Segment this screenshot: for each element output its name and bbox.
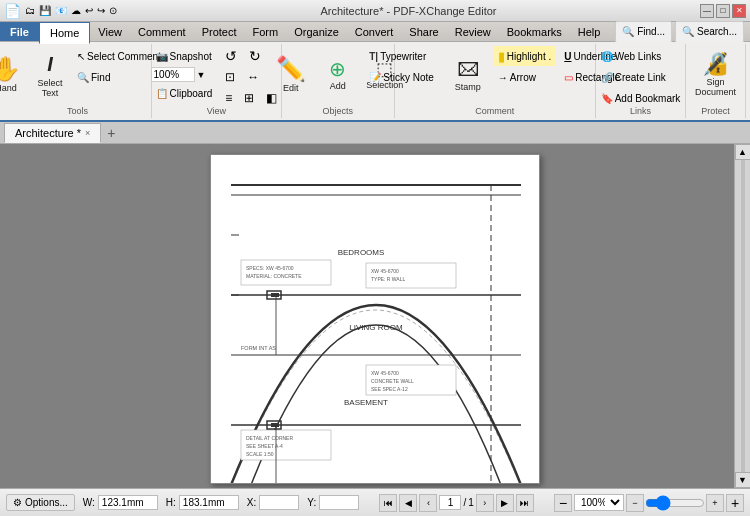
menu-bookmarks[interactable]: Bookmarks (499, 22, 570, 41)
links-group-label: Links (630, 106, 651, 116)
options-button[interactable]: ⚙ Options... (6, 494, 75, 511)
width-label: W: (83, 497, 95, 508)
tab-bar: Architecture * × + (0, 122, 750, 144)
height-label: H: (166, 497, 176, 508)
y-input[interactable] (319, 495, 359, 510)
top-find-area: 🔍 Find... 🔍 Search... (615, 21, 744, 43)
sign-document-button[interactable]: 🔏 SignDocument (693, 46, 737, 104)
zoom-slider-minus[interactable]: − (626, 494, 644, 512)
add-button[interactable]: ⊕ Add (316, 46, 360, 104)
typewriter-button[interactable]: T| Typewriter (364, 46, 439, 66)
next-page-button2[interactable]: ▶ (496, 494, 514, 512)
width-input[interactable] (98, 495, 158, 510)
web-links-button[interactable]: 🌐 Web Links (596, 46, 686, 66)
edit-icon: ✏️ (276, 57, 306, 81)
zoom-dropdown-icon[interactable]: ▼ (197, 70, 206, 80)
menu-form[interactable]: Form (245, 22, 287, 41)
zoom-range[interactable] (645, 497, 705, 509)
arrow-button[interactable]: → Arrow (493, 67, 556, 87)
find-icon2: 🔍 (77, 72, 89, 83)
svg-text:XW 45-6700: XW 45-6700 (371, 268, 399, 274)
basement-label: BASEMENT (344, 398, 388, 407)
select-text-button[interactable]: I SelectText (31, 46, 69, 104)
edit-label: Edit (283, 83, 299, 93)
page-total: 1 (468, 497, 474, 508)
next-page-button[interactable]: › (476, 494, 494, 512)
prev-page-button2[interactable]: ‹ (419, 494, 437, 512)
first-page-button[interactable]: ⏮ (379, 494, 397, 512)
x-field: X: (247, 495, 299, 510)
ribbon-group-protect: 🔏 SignDocument Protect (686, 44, 746, 118)
ribbon-group-links: 🌐 Web Links 🔗 Create Link 🔖 Add Bookmark… (596, 44, 686, 118)
menu-protect[interactable]: Protect (194, 22, 245, 41)
menu-help[interactable]: Help (570, 22, 609, 41)
zoom-in-button[interactable]: + (726, 494, 744, 512)
scroll-down-button[interactable]: ▼ (735, 472, 751, 488)
select-comments-icon: ↖ (77, 51, 85, 62)
svg-text:TYPE: R WALL: TYPE: R WALL (371, 276, 405, 282)
menu-convert[interactable]: Convert (347, 22, 402, 41)
rotate-ccw-button[interactable]: ↺ (220, 46, 242, 66)
highlight-button[interactable]: ▮ Highlight . (493, 46, 556, 66)
svg-rect-24 (271, 293, 279, 297)
new-tab-button[interactable]: + (101, 123, 121, 143)
view-btn4[interactable]: ⊞ (239, 88, 259, 108)
drawing-svg: BEDROOMS LIVING ROOM BASEMENT SPECS: XW … (211, 155, 540, 484)
sticky-note-icon: 📝 (369, 72, 381, 83)
page-number-input[interactable] (439, 495, 461, 510)
menu-view[interactable]: View (90, 22, 130, 41)
y-field: Y: (307, 495, 359, 510)
maximize-button[interactable]: □ (716, 4, 730, 18)
close-button[interactable]: ✕ (732, 4, 746, 18)
find-label: Find... (637, 26, 665, 37)
width-field: W: (83, 495, 158, 510)
document-area: BEDROOMS LIVING ROOM BASEMENT SPECS: XW … (0, 144, 750, 488)
svg-text:SPECS: XW 45-6700: SPECS: XW 45-6700 (246, 265, 294, 271)
web-links-icon: 🌐 (601, 51, 613, 62)
find-bar[interactable]: 🔍 Find... (615, 21, 672, 43)
fit-width-button[interactable]: ↔ (242, 67, 264, 87)
menu-home[interactable]: Home (39, 22, 90, 44)
menu-file[interactable]: File (0, 22, 39, 41)
x-input[interactable] (259, 495, 299, 510)
zoom-input[interactable] (151, 67, 195, 82)
create-link-button[interactable]: 🔗 Create Link (596, 67, 686, 87)
add-icon: ⊕ (329, 59, 346, 79)
page-navigation: ⏮ ◀ ‹ / 1 › ▶ ⏭ (379, 494, 533, 512)
zoom-slider-plus[interactable]: + (706, 494, 724, 512)
add-bookmark-button[interactable]: 🔖 Add Bookmark (596, 88, 686, 108)
scroll-track (741, 160, 745, 472)
comment-group-label: Comment (475, 106, 514, 116)
document-tab[interactable]: Architecture * × (4, 123, 101, 143)
vertical-scrollbar[interactable]: ▲ ▼ (734, 144, 750, 488)
last-page-button[interactable]: ⏭ (516, 494, 534, 512)
minimize-button[interactable]: — (700, 4, 714, 18)
menu-review[interactable]: Review (447, 22, 499, 41)
sticky-note-button[interactable]: 📝 Sticky Note (364, 67, 439, 87)
add-bookmark-icon: 🔖 (601, 93, 613, 104)
rotate-cw-button[interactable]: ↻ (244, 46, 266, 66)
svg-text:SEE SHEET A-4: SEE SHEET A-4 (246, 443, 283, 449)
view-btn3[interactable]: ≡ (220, 88, 237, 108)
clipboard-button[interactable]: 📋 Clipboard (151, 83, 218, 103)
zoom-out-button[interactable]: − (554, 494, 572, 512)
fit-page-button[interactable]: ⊡ (220, 67, 240, 87)
scroll-up-button[interactable]: ▲ (735, 144, 751, 160)
height-input[interactable] (179, 495, 239, 510)
comment-col2: ▮ Highlight . → Arrow (493, 46, 556, 87)
svg-text:DETAIL AT CORNER: DETAIL AT CORNER (246, 435, 293, 441)
menu-share[interactable]: Share (401, 22, 446, 41)
menu-organize[interactable]: Organize (286, 22, 347, 41)
edit-button[interactable]: ✏️ Edit (269, 46, 313, 104)
page-separator: / (463, 497, 466, 508)
search-bar[interactable]: 🔍 Search... (675, 21, 744, 43)
snapshot-button[interactable]: 📷 Snapshot (151, 46, 218, 66)
prev-page-button[interactable]: ◀ (399, 494, 417, 512)
svg-text:FORM INT AS: FORM INT AS (241, 345, 276, 351)
zoom-select[interactable]: 100% 50% 75% 125% 150% 200% (574, 494, 624, 511)
titlebar: 📄 🗂 💾 📧 ☁ ↩ ↪ ⊙ Architecture* - PDF-XCha… (0, 0, 750, 22)
hand-tool-button[interactable]: ✋ Hand (0, 46, 28, 104)
stamp-button[interactable]: 🖂 Stamp (446, 46, 490, 104)
menu-comment[interactable]: Comment (130, 22, 194, 41)
tab-close-button[interactable]: × (85, 128, 90, 138)
